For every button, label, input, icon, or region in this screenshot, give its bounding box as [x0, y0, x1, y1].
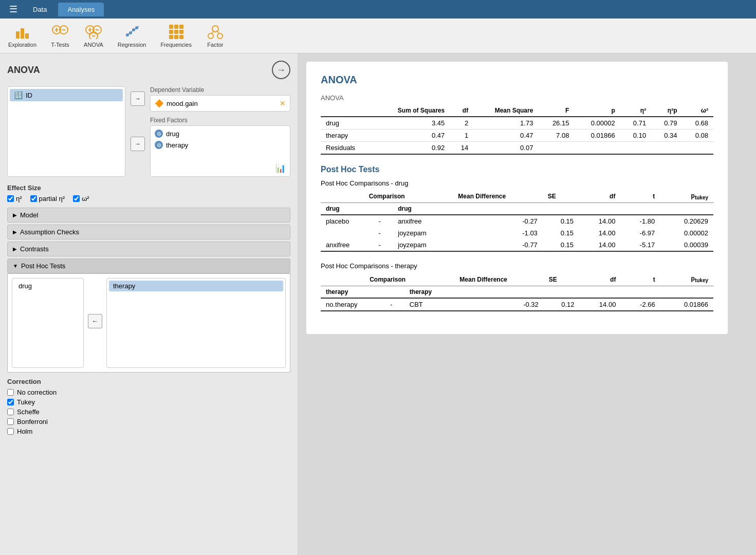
dep-var-clear[interactable]: ✕ [280, 99, 286, 107]
drug-row1-p: 0.20629 [660, 215, 713, 227]
drug-th-df: df [579, 190, 620, 203]
drug-row3-c1: anxifree [321, 239, 374, 251]
row-drug-eta2p: 0.79 [651, 117, 682, 130]
therapy-row1-md: -0.32 [454, 298, 543, 311]
checkbox-holm[interactable] [7, 428, 14, 435]
factor-label: Factor [207, 42, 223, 48]
toolbar-item-factor[interactable]: Factor [206, 24, 225, 48]
fixed-factors-arrow[interactable]: → [131, 137, 145, 151]
fixed-factors-label: Fixed Factors [150, 117, 290, 124]
toolbar-item-frequencies[interactable]: Frequencies [160, 24, 192, 48]
row-drug-df: 2 [450, 117, 473, 130]
drug-col-h-se [543, 203, 579, 215]
svg-line-20 [212, 31, 213, 33]
row-residuals-p [574, 142, 620, 155]
anova-th-ss: Sum of Squares [374, 105, 450, 117]
toolbar-item-regression[interactable]: Regression [118, 24, 146, 48]
correction-tukey[interactable]: Tukey [7, 398, 290, 406]
fixed-var-therapy-label: therapy [166, 141, 188, 149]
variable-assignment-area: 🔢 ID → → Dependent Variable 🔶 mood.gain … [7, 86, 290, 177]
row-therapy-ms: 0.47 [473, 130, 538, 142]
anova-th-eta2: η² [620, 105, 651, 117]
row-therapy-f: 7.08 [538, 130, 574, 142]
therapy-comparison-header: Comparison [321, 273, 454, 286]
therapy-row1-c2: CBT [404, 298, 455, 311]
checkbox-omega2[interactable]: ω² [73, 195, 89, 202]
ttests-label: T-Tests [51, 42, 69, 48]
frequencies-label: Frequencies [160, 42, 192, 48]
therapy-posthoc-label: Post Hoc Comparisons - therapy [321, 262, 713, 270]
row-therapy-name: therapy [321, 130, 374, 142]
tab-data[interactable]: Data [24, 3, 56, 16]
therapy-th-p: ptukey [660, 273, 713, 286]
checkbox-tukey[interactable] [7, 399, 14, 405]
therapy-col-h1: therapy [321, 286, 385, 298]
var-item-id[interactable]: 🔢 ID [10, 89, 123, 101]
drug-row2-md: -1.03 [453, 227, 543, 239]
checkbox-omega2-input[interactable] [73, 195, 80, 202]
toolbar-item-exploration[interactable]: Exploration [8, 24, 36, 48]
section-contrasts[interactable]: ▶ Contrasts [7, 242, 290, 256]
posthoc-label: Post Hoc Tests [21, 262, 65, 270]
regression-icon [123, 24, 141, 40]
therapy-col-h-p [660, 286, 713, 298]
row-residuals-df: 14 [450, 142, 473, 155]
assumption-chevron: ▶ [13, 229, 17, 235]
anova-th-p: p [574, 105, 620, 117]
correction-bonferroni[interactable]: Bonferroni [7, 418, 290, 425]
id-icon: 🔢 [14, 91, 23, 99]
anova-th-ms: Mean Square [473, 105, 538, 117]
exploration-label: Exploration [8, 42, 36, 48]
drug-col-h-t [620, 203, 660, 215]
drug-comparison-header-row: Comparison Mean Difference SE df t ptuke… [321, 190, 713, 203]
menu-icon[interactable]: ☰ [5, 4, 22, 15]
drug-row1-se: 0.15 [543, 215, 579, 227]
run-button[interactable]: → [272, 61, 290, 79]
ph-item-drug[interactable]: drug [14, 281, 81, 291]
drug-row1-df: 14.00 [579, 215, 620, 227]
dep-var-arrow[interactable]: → [131, 91, 145, 106]
therapy-col-h-md [454, 286, 543, 298]
fixed-var-therapy[interactable]: ⚙ therapy [155, 139, 286, 151]
correction-holm[interactable]: Holm [7, 428, 290, 435]
checkbox-no-correction[interactable] [7, 389, 14, 396]
drug-col-h2: drug [393, 203, 453, 215]
section-assumption-checks[interactable]: ▶ Assumption Checks [7, 225, 290, 239]
correction-scheffe[interactable]: Scheffe [7, 408, 290, 416]
checkbox-partial-eta2[interactable]: partial η² [30, 195, 65, 202]
section-post-hoc[interactable]: ▼ Post Hoc Tests [7, 258, 290, 273]
label-tukey: Tukey [17, 398, 35, 406]
dep-var-box: 🔶 mood.gain ✕ [150, 95, 290, 112]
therapy-icon: ⚙ [155, 141, 163, 149]
row-drug-omega2: 0.68 [683, 117, 713, 130]
section-model[interactable]: ▶ Model [7, 208, 290, 223]
row-therapy-df: 1 [450, 130, 473, 142]
ph-item-therapy-selected[interactable]: therapy [109, 281, 283, 291]
checkbox-eta2[interactable]: η² [7, 195, 22, 202]
effect-size-checkboxes: η² partial η² ω² [7, 195, 290, 202]
therapy-th-se: SE [544, 273, 580, 286]
table-row: no.therapy - CBT -0.32 0.12 14.00 -2.66 … [321, 298, 713, 311]
tab-analyses[interactable]: Analyses [58, 3, 104, 16]
checkbox-partial-eta2-input[interactable] [30, 195, 37, 202]
anova-table: Sum of Squares df Mean Square F p η² η²p… [321, 105, 713, 155]
toolbar-item-ttests[interactable]: T-Tests [51, 24, 69, 48]
toolbar-item-anova[interactable]: ANOVA [84, 24, 103, 48]
checkbox-scheffe[interactable] [7, 409, 14, 415]
posthoc-chevron: ▼ [13, 263, 18, 269]
drug-row3-c2: joyzepam [393, 239, 453, 251]
svg-point-17 [212, 26, 218, 32]
anova-th-omega2: ω² [683, 105, 713, 117]
row-residuals-omega2 [683, 142, 713, 155]
fixed-var-drug[interactable]: ⚙ drug [155, 128, 286, 139]
correction-no-correction[interactable]: No correction [7, 388, 290, 396]
therapy-col-header-row: therapy therapy [321, 286, 713, 298]
drug-posthoc-label: Post Hoc Comparisons - drug [321, 179, 713, 187]
label-no-correction: No correction [17, 388, 57, 396]
drug-row1-md: -0.27 [453, 215, 543, 227]
table-row: Residuals 0.92 14 0.07 [321, 142, 713, 155]
post-hoc-back-arrow[interactable]: ← [88, 314, 102, 328]
checkbox-eta2-input[interactable] [7, 195, 14, 202]
checkbox-bonferroni[interactable] [7, 418, 14, 425]
anova-label: ANOVA [84, 42, 103, 48]
